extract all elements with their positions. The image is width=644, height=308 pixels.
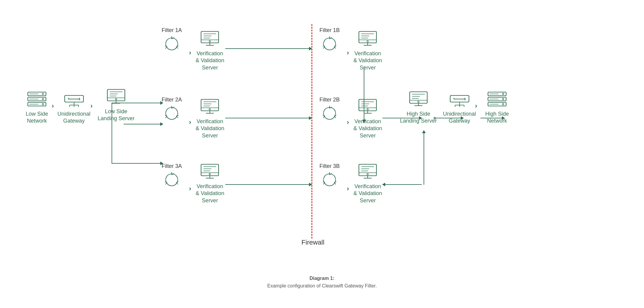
uni-gateway-left-label: Unidirectional Gateway [57, 111, 90, 125]
filter-1b-label: Filter 1B [319, 27, 340, 34]
filter-3a-node: Filter 3A [161, 163, 182, 188]
diagram: Firewall Low Side Network › [20, 15, 624, 293]
svg-point-96 [503, 93, 504, 95]
svg-point-55 [367, 41, 369, 42]
low-side-landing-label: Low Side Landing Server [98, 108, 135, 122]
filter-2a-label: Filter 2A [161, 97, 182, 103]
svg-point-3 [42, 93, 44, 95]
filter-1b-node: Filter 1B [319, 27, 340, 53]
filter-1a-label: Filter 1A [161, 27, 182, 34]
high-side-network-node: High Side Network [485, 91, 509, 125]
svg-point-5 [42, 104, 44, 105]
low-side-network-node: Low Side Network [26, 91, 48, 125]
svg-rect-27 [201, 31, 219, 43]
svg-point-4 [42, 98, 44, 100]
vvs-1b-node: Verification & Validation Server [353, 30, 382, 71]
svg-point-97 [503, 98, 504, 100]
svg-rect-75 [410, 92, 427, 103]
vvs-1a-label: Verification & Validation Server [196, 50, 224, 71]
svg-point-98 [503, 104, 504, 105]
firewall-line [311, 24, 312, 239]
vvs-1b-label: Verification & Validation Server [353, 50, 382, 71]
vvs-2b-node: Verification & Validation Server [353, 98, 382, 139]
low-side-network-label: Low Side Network [26, 111, 48, 125]
filter-3b-label: Filter 3B [319, 163, 340, 169]
svg-rect-9 [65, 95, 83, 102]
svg-rect-35 [201, 99, 219, 111]
filter-2a-node: Filter 2A [161, 97, 182, 122]
arrow-vvs1a-to-fw [225, 48, 312, 49]
svg-point-47 [209, 174, 211, 175]
vvs-2a-label: Verification & Validation Server [196, 118, 224, 139]
svg-point-23 [115, 99, 117, 100]
high-side-landing-node: High Side Landing Server [400, 91, 437, 125]
arrow-hsl-to-vvs3b [382, 184, 422, 185]
filter-3b-node: Filter 3B [319, 163, 340, 188]
high-side-landing-label: High Side Landing Server [400, 111, 437, 125]
filter-2b-label: Filter 2B [319, 97, 340, 103]
arrow-vvs3b-up [424, 130, 424, 185]
arrow-to-filter2a [124, 124, 163, 124]
vvs-3b-label: Verification & Validation Server [353, 183, 382, 204]
chevron-1: › [52, 102, 54, 110]
chevron-f1b: › [347, 49, 349, 57]
svg-rect-59 [359, 99, 376, 111]
arrow-to-filter3a [112, 163, 163, 164]
vvs-3b-node: Verification & Validation Server [353, 163, 382, 204]
filter-3a-label: Filter 3A [161, 163, 182, 169]
diagram-caption: Diagram 1: Example configuration of Clea… [20, 274, 624, 290]
vvs-2b-label: Verification & Validation Server [353, 118, 382, 139]
svg-rect-67 [359, 164, 376, 176]
svg-rect-83 [450, 95, 469, 102]
arrow-vvs2a-to-fw [225, 118, 312, 118]
svg-point-71 [367, 174, 369, 175]
svg-point-39 [209, 109, 211, 110]
vvs-3a-node: Verification & Validation Server [196, 163, 224, 204]
vvs-2a-node: Verification & Validation Server [196, 98, 224, 139]
branch-line-bottom [112, 124, 112, 163]
low-side-landing-node: Low Side Landing Server [98, 88, 135, 122]
firewall-label: Firewall [289, 239, 337, 246]
svg-point-31 [209, 41, 211, 42]
chevron-hsl: › [434, 114, 436, 122]
filter-1a-node: Filter 1A [161, 27, 182, 53]
arrow-vvs3a-to-fw [225, 184, 312, 185]
vvs-1a-node: Verification & Validation Server [196, 30, 224, 71]
chevron-f1a: › [189, 49, 191, 57]
chevron-unigwr: › [475, 102, 477, 110]
svg-point-63 [367, 109, 369, 110]
chevron-f2a: › [189, 118, 191, 126]
svg-rect-19 [107, 89, 125, 101]
chevron-f2b: › [347, 118, 349, 126]
chevron-f3a: › [189, 185, 191, 193]
filter-2b-node: Filter 2B [319, 97, 340, 122]
svg-point-79 [418, 101, 419, 103]
uni-gateway-left-node: Unidirectional Gateway [57, 91, 90, 125]
chevron-f3b: › [347, 185, 349, 193]
arrow-to-filter1a [112, 103, 163, 103]
high-side-network-label: High Side Network [485, 111, 509, 125]
uni-gateway-right-label: Unidirectional Gateway [443, 111, 476, 125]
caption-title: Diagram 1: [20, 274, 624, 282]
vvs-3a-label: Verification & Validation Server [196, 183, 224, 204]
chevron-2: › [90, 102, 93, 110]
svg-rect-43 [201, 164, 219, 176]
uni-gateway-right-node: Unidirectional Gateway [443, 91, 476, 125]
caption-subtitle: Example configuration of Clearswift Gate… [20, 282, 624, 290]
svg-rect-51 [359, 31, 376, 43]
